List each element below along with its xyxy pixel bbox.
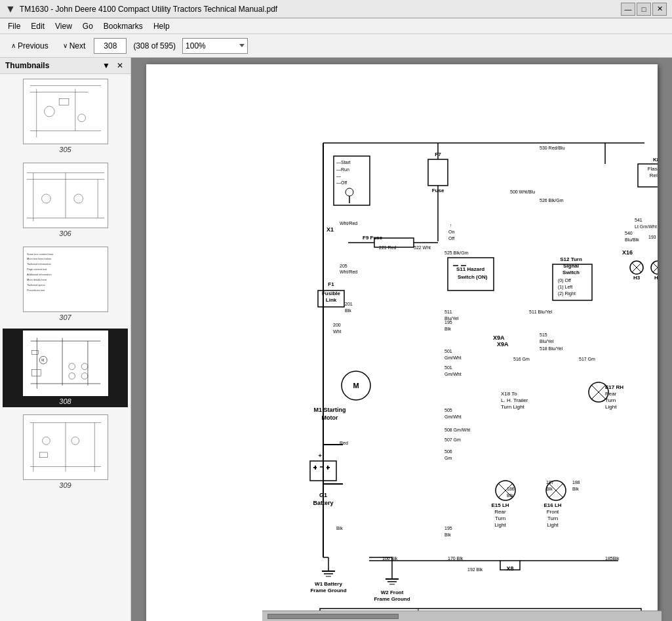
next-label: Next [69, 41, 86, 50]
svg-text:Turn: Turn [605, 397, 616, 403]
h-scrollbar-thumb[interactable] [267, 614, 399, 619]
svg-text:K8: K8 [652, 157, 657, 163]
svg-text:H3: H3 [633, 275, 640, 281]
thumbnail-label-309: 309 [59, 481, 71, 489]
svg-text:201: 201 [345, 302, 353, 306]
svg-text:200: 200 [333, 323, 341, 327]
sidebar-collapse-btn[interactable]: ▼ [100, 60, 112, 71]
svg-text:Wht: Wht [333, 329, 342, 334]
svg-rect-0 [24, 79, 108, 144]
svg-text:205: 205 [340, 264, 347, 268]
svg-text:511: 511 [445, 310, 452, 314]
svg-text:X8: X8 [506, 565, 513, 572]
svg-text:508 Gm/Wht: 508 Gm/Wht [445, 428, 470, 432]
svg-text:More details here: More details here [26, 278, 46, 281]
toolbar: ∧ Previous ∨ Next (308 of 595) 100% 75% … [0, 34, 672, 58]
prev-arrow: ∧ [11, 42, 16, 49]
svg-text:Light: Light [494, 522, 506, 528]
thumbnail-308[interactable]: M 308 [3, 329, 128, 407]
svg-text:M1 Starting: M1 Starting [313, 407, 346, 413]
svg-text:100 Blk: 100 Blk [382, 556, 398, 561]
svg-text:Turn: Turn [547, 515, 557, 521]
svg-text:On: On [448, 230, 454, 234]
window-title: TM1630 - John Deere 4100 Compact Utility… [20, 5, 277, 14]
svg-text:F1: F1 [328, 281, 334, 287]
svg-text:Blk: Blk [345, 308, 351, 313]
svg-text:E16 LH: E16 LH [544, 502, 561, 508]
prev-button[interactable]: ∧ Previous [5, 39, 54, 53]
svg-text:Flasher: Flasher [647, 166, 657, 172]
zoom-select[interactable]: 100% 75% 50% 125% 150% [182, 38, 248, 54]
svg-text:X1: X1 [326, 226, 334, 233]
svg-text:Blk: Blk [445, 327, 451, 331]
svg-text:Gm: Gm [445, 456, 452, 460]
menu-help[interactable]: Help [148, 20, 175, 32]
sidebar-header: Thumbnails ▼ ✕ [0, 58, 130, 74]
menu-go[interactable]: Go [77, 20, 98, 32]
svg-text:E17 RH: E17 RH [605, 384, 623, 390]
svg-text:Technical information: Technical information [26, 262, 50, 266]
title-bar: ▼ TM1630 - John Deere 4100 Compact Utili… [0, 0, 672, 18]
svg-text:S11 Hazard: S11 Hazard [456, 266, 484, 272]
svg-text:518 Blu/Yel: 518 Blu/Yel [540, 346, 563, 351]
svg-text:540: 540 [625, 231, 633, 235]
main-area: Thumbnails ▼ ✕ [0, 58, 672, 621]
svg-text:187: 187 [546, 480, 554, 485]
svg-text:506: 506 [445, 449, 452, 454]
sidebar-title: Thumbnails [5, 61, 49, 70]
svg-text:522 Wht: 522 Wht [414, 245, 431, 250]
next-button[interactable]: ∨ Next [57, 39, 92, 53]
svg-text:Blk: Blk [507, 493, 513, 498]
svg-text:Blk: Blk [546, 487, 553, 491]
svg-text:193 Blk: 193 Blk [648, 235, 658, 239]
svg-text:170 Blk: 170 Blk [448, 556, 464, 561]
maximize-button[interactable]: □ [637, 3, 651, 16]
pdf-page: + - G1 Battery M M1 Starting Motor F1 Fu… [146, 64, 658, 621]
svg-text:X18 To: X18 To [501, 391, 517, 397]
svg-text:E15 LH: E15 LH [491, 502, 509, 508]
svg-text:195: 195 [445, 526, 452, 531]
svg-text:511 Blu/Yel: 511 Blu/Yel [529, 310, 553, 314]
thumbnail-label-308: 308 [59, 397, 71, 405]
svg-text:(1) Left: (1) Left [558, 285, 572, 290]
wiring-diagram: + - G1 Battery M M1 Starting Motor F1 Fu… [146, 64, 658, 621]
thumbnail-309[interactable]: 309 [3, 412, 128, 491]
window-controls[interactable]: — □ ✕ [621, 3, 667, 16]
svg-text:S12 Turn: S12 Turn [560, 256, 582, 262]
svg-text:500 Wht/Blu: 500 Wht/Blu [510, 190, 535, 194]
svg-text:185Blk: 185Blk [605, 556, 620, 561]
sidebar-close-btn[interactable]: ✕ [115, 60, 125, 71]
svg-text:186: 186 [507, 487, 515, 491]
thumbnail-305[interactable]: 305 [3, 77, 128, 155]
svg-rect-50 [146, 64, 658, 621]
thumbnail-307[interactable]: Some text content here More text lines b… [3, 245, 128, 323]
menu-bookmarks[interactable]: Bookmarks [98, 20, 148, 32]
svg-text:525 Blk/Gm: 525 Blk/Gm [445, 250, 469, 255]
sidebar-controls[interactable]: ▼ ✕ [100, 60, 125, 71]
thumbnail-img-308: M [23, 331, 108, 396]
svg-text:Frame Ground: Frame Ground [374, 596, 410, 602]
thumbnail-306[interactable]: 306 [3, 161, 128, 239]
menu-edit[interactable]: Edit [26, 20, 50, 32]
menu-view[interactable]: View [50, 20, 77, 32]
svg-text:501: 501 [445, 349, 452, 353]
svg-text:L. H. Trailer: L. H. Trailer [501, 397, 528, 403]
svg-text:195: 195 [445, 320, 452, 325]
menu-file[interactable]: File [3, 20, 26, 32]
pdf-area[interactable]: + - G1 Battery M M1 Starting Motor F1 Fu… [131, 58, 672, 621]
svg-text:More text lines below: More text lines below [26, 257, 50, 260]
svg-text:526 Blk/Gm: 526 Blk/Gm [540, 198, 564, 203]
next-arrow: ∨ [63, 42, 68, 49]
svg-text:Rear: Rear [605, 391, 617, 397]
svg-text:F9 Fuse: F9 Fuse [363, 235, 383, 241]
minimize-button[interactable]: — [621, 3, 635, 16]
page-input[interactable] [94, 38, 127, 54]
svg-text:Relay: Relay [649, 172, 657, 178]
h-scrollbar[interactable] [262, 611, 662, 621]
svg-text:Rear: Rear [494, 509, 506, 515]
prev-label: Previous [18, 41, 49, 50]
close-button[interactable]: ✕ [652, 3, 667, 16]
svg-text:221 Red: 221 Red [379, 245, 397, 250]
svg-text:Motor: Motor [321, 414, 338, 421]
svg-text:X9A: X9A [493, 334, 505, 341]
